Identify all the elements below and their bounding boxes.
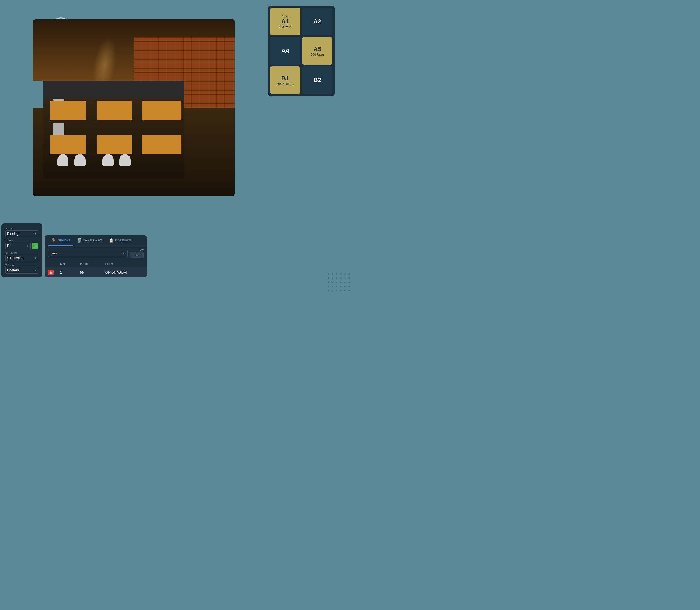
table-chevron-icon: ▼ bbox=[27, 245, 29, 247]
table-group: Table B1 ▼ + bbox=[5, 239, 38, 249]
table-a1-waiter: 003 Priya bbox=[279, 25, 292, 29]
order-table: NO. CODE ITEM 🗑 1 99 ONION VADAI bbox=[45, 261, 147, 277]
item-qty-row: Item ▼ Qty bbox=[45, 246, 147, 261]
qty-input[interactable] bbox=[130, 252, 144, 258]
item-placeholder: Item bbox=[50, 252, 57, 255]
col-num-header: NO. bbox=[57, 261, 77, 268]
table-grid: 01 min. A1 003 Priya A2 A4 A5 004 Rasu B… bbox=[268, 5, 335, 96]
col-item-header: ITEM bbox=[102, 261, 147, 268]
table-label: Table bbox=[5, 239, 38, 242]
col-no-header bbox=[45, 261, 57, 268]
row1-item: ONION VADAI bbox=[102, 268, 147, 277]
estimate-icon: 📋 bbox=[109, 238, 114, 243]
table-a4-label: A4 bbox=[281, 47, 289, 54]
table-card-a2[interactable]: A2 bbox=[302, 8, 332, 35]
captain-chevron-icon: ▼ bbox=[34, 257, 36, 259]
table-a1-label: A1 bbox=[281, 18, 289, 25]
takeaway-icon: 🗑️ bbox=[77, 238, 82, 243]
tab-estimate[interactable]: 📋 ESTIMATE bbox=[105, 235, 136, 246]
tab-takeaway[interactable]: 🗑️ TAKEAWAY bbox=[74, 235, 106, 246]
waiter-label: Waiter bbox=[5, 263, 38, 266]
captain-group: Captain S Bhuvana ▼ bbox=[5, 252, 38, 261]
left-selectors-panel: Area Dinning ▼ Table B1 ▼ + Captain S Bh… bbox=[1, 223, 42, 277]
row1-code: 99 bbox=[77, 268, 102, 277]
area-value: Dinning bbox=[7, 232, 18, 236]
table-row: B1 ▼ + bbox=[5, 243, 38, 249]
table-card-a5[interactable]: A5 004 Rasu bbox=[302, 37, 332, 65]
col-code-header: CODE bbox=[77, 261, 102, 268]
waiter-value: Bharathi bbox=[7, 268, 20, 272]
area-group: Area Dinning ▼ bbox=[5, 227, 38, 237]
captain-value: S Bhuvana bbox=[7, 256, 23, 260]
captain-label: Captain bbox=[5, 252, 38, 254]
add-table-button[interactable]: + bbox=[32, 243, 38, 249]
table-b1-waiter: 008 Bharat... bbox=[277, 82, 294, 85]
tab-dining[interactable]: 🪑 DINING bbox=[48, 235, 74, 246]
area-chevron-icon: ▼ bbox=[34, 232, 36, 235]
order-panel: 🪑 DINING 🗑️ TAKEAWAY 📋 ESTIMATE Item ▼ Q… bbox=[45, 235, 147, 277]
table-a1-time: 01 min. bbox=[281, 15, 290, 18]
waiter-chevron-icon: ▼ bbox=[34, 269, 36, 272]
table-card-b1[interactable]: B1 008 Bharat... bbox=[270, 66, 300, 94]
waiter-dropdown[interactable]: Bharathi ▼ bbox=[5, 267, 38, 273]
table-card-a1[interactable]: 01 min. A1 003 Priya bbox=[270, 8, 300, 35]
table-card-b2[interactable]: B2 bbox=[302, 66, 332, 94]
tab-takeaway-label: TAKEAWAY bbox=[83, 238, 102, 242]
restaurant-photo bbox=[33, 19, 235, 196]
waiter-group: Waiter Bharathi ▼ bbox=[5, 263, 38, 273]
table-a5-label: A5 bbox=[313, 46, 321, 53]
table-dropdown[interactable]: B1 ▼ bbox=[5, 243, 31, 249]
qty-label: Qty bbox=[130, 248, 144, 251]
order-row-1: 🗑 1 99 ONION VADAI bbox=[45, 268, 147, 277]
qty-group: Qty bbox=[130, 248, 144, 258]
tab-bar: 🪑 DINING 🗑️ TAKEAWAY 📋 ESTIMATE bbox=[45, 235, 147, 246]
tab-dining-label: DINING bbox=[58, 238, 70, 242]
tab-estimate-label: ESTIMATE bbox=[115, 238, 133, 242]
table-a5-waiter: 004 Rasu bbox=[311, 53, 324, 56]
captain-dropdown[interactable]: S Bhuvana ▼ bbox=[5, 255, 38, 261]
area-label: Area bbox=[5, 227, 38, 230]
area-dropdown[interactable]: Dinning ▼ bbox=[5, 230, 38, 237]
table-a2-label: A2 bbox=[313, 18, 321, 25]
item-select[interactable]: Item ▼ bbox=[48, 250, 128, 257]
row1-no: 1 bbox=[57, 268, 77, 277]
table-card-a4[interactable]: A4 bbox=[270, 37, 300, 65]
dining-icon: 🪑 bbox=[51, 238, 56, 243]
delete-row-1-button[interactable]: 🗑 bbox=[48, 270, 53, 275]
decorative-grid bbox=[328, 273, 350, 291]
table-b2-label: B2 bbox=[313, 77, 321, 84]
item-chevron-icon: ▼ bbox=[122, 252, 125, 255]
table-value: B1 bbox=[7, 244, 11, 248]
table-b1-label: B1 bbox=[281, 75, 289, 82]
